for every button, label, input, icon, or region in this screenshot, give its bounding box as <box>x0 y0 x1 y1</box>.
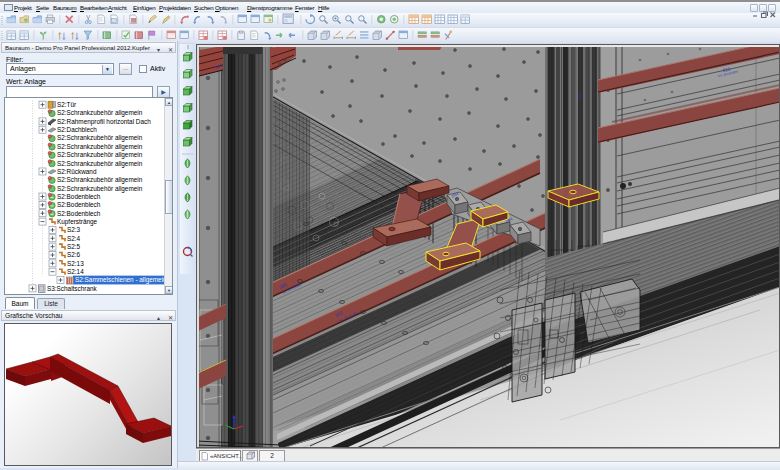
svg-text:S2:Sammelschienen - allgemein: S2:Sammelschienen - allgemein <box>75 276 165 284</box>
svg-text:Kupferstränge: Kupferstränge <box>57 218 98 226</box>
svg-text:S2:Bodenblech: S2:Bodenblech <box>57 193 101 200</box>
svg-text:S2:Dachblech: S2:Dachblech <box>57 126 97 133</box>
svg-text:S2:Schrankzubehör allgemein: S2:Schrankzubehör allgemein <box>57 109 143 117</box>
svg-text:S2:Schrankzubehör allgemein: S2:Schrankzubehör allgemein <box>57 151 143 159</box>
svg-text:S2:3: S2:3 <box>67 226 81 233</box>
svg-text:S2:Bodenblech: S2:Bodenblech <box>57 210 101 217</box>
svg-text:S2:13: S2:13 <box>67 260 84 267</box>
svg-text:S2:Schrankzubehör allgemein: S2:Schrankzubehör allgemein <box>57 134 143 142</box>
svg-text:S2:Tür: S2:Tür <box>57 101 77 108</box>
svg-text:S2:Schrankzubehör allgemein: S2:Schrankzubehör allgemein <box>57 176 143 184</box>
svg-text:S2:Schrankzubehör allgemein: S2:Schrankzubehör allgemein <box>57 185 143 193</box>
svg-text:S2:6: S2:6 <box>67 251 81 258</box>
svg-text:S2:Schrankzubehör allgemein: S2:Schrankzubehör allgemein <box>57 160 143 168</box>
svg-text:S2:5: S2:5 <box>67 243 81 250</box>
svg-text:S2:Bodenblech: S2:Bodenblech <box>57 201 101 208</box>
svg-text:S3:Schaltschrank: S3:Schaltschrank <box>47 285 98 292</box>
svg-text:S2:14: S2:14 <box>67 268 84 275</box>
svg-text:S2:Rückwand: S2:Rückwand <box>57 168 97 175</box>
svg-text:S2:4: S2:4 <box>67 235 81 242</box>
svg-text:S2:Rahmenprofil horizontal Dac: S2:Rahmenprofil horizontal Dach <box>57 118 151 126</box>
svg-text:S2:Schrankzubehör allgemein: S2:Schrankzubehör allgemein <box>57 143 143 151</box>
